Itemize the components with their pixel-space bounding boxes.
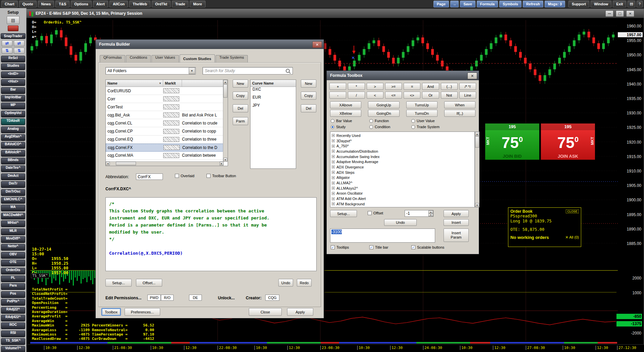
op--button[interactable]: >= [385, 83, 402, 90]
sidebar-item-datetes[interactable]: DateTes^ [1, 165, 25, 172]
time-label[interactable]: 12:30 [184, 346, 196, 350]
sidebar-item-ma[interactable]: MA [1, 205, 25, 211]
sidebar-item-mhist[interactable]: MHist^ [1, 220, 25, 227]
time-label[interactable]: 23-08:30 [320, 346, 339, 350]
scroll-down-icon[interactable]: ▼ [223, 158, 227, 162]
formula-builder-close-icon[interactable]: ✕ [312, 41, 322, 48]
offset-spinner[interactable]: -1 ▲ ▼ [405, 210, 433, 217]
sidebar-item-emchhlc[interactable]: EMChHLC^ [1, 197, 25, 204]
formula-code-editor[interactable]: /* This Custom Study graphs the correlat… [105, 197, 317, 271]
study-row[interactable]: cqg.Correl.CPCorrelation to copp [106, 127, 223, 135]
tree-item-accumulative-swing-index[interactable]: +Accumulative Swing Index [332, 154, 474, 159]
study-del-button[interactable]: Del [233, 104, 248, 112]
minimize-icon[interactable]: — [605, 10, 613, 17]
tree-scrollbar[interactable]: ▲ ▼ [475, 132, 479, 207]
study-row[interactable]: cqg.Correl.MACorrelation betwee [106, 152, 223, 160]
formula-toolbox-close-icon[interactable]: ✕ [467, 72, 477, 79]
op--button[interactable]: <= [385, 92, 402, 99]
scroll-thumb[interactable] [116, 162, 136, 165]
op-and-button[interactable]: And [422, 83, 439, 90]
spin-up-icon[interactable]: ▲ [428, 210, 433, 213]
close-button[interactable]: Close [249, 308, 282, 316]
op--button[interactable]: <> [404, 92, 420, 99]
time-label[interactable]: 10:30 [357, 346, 370, 350]
menu-chart[interactable]: Chart [1, 1, 18, 7]
time-label[interactable]: 12:30 [77, 346, 90, 350]
tree-item-atm-background[interactable]: +ATM Background [332, 201, 474, 207]
tree-item-a-750[interactable]: +A_750^ [332, 143, 474, 149]
radio-bar-value[interactable]: Bar Value [331, 119, 369, 123]
link-charts-button-1[interactable]: ⇄ [2, 40, 12, 46]
fn-xbelow-button[interactable]: XBelow [330, 110, 361, 117]
preferences-button[interactable]: Preferences... [125, 308, 160, 316]
unlock-label[interactable]: Unlock... [218, 296, 235, 300]
toolbox-setup-button[interactable]: Setup... [330, 210, 357, 217]
tab-conditions[interactable]: Conditions [126, 55, 151, 62]
radio-study[interactable]: Study [331, 125, 369, 129]
sidebar-item-mlr[interactable]: MLR [1, 229, 25, 235]
cancel-all-button[interactable]: ✕ All (0) [565, 235, 579, 240]
tab-qformulas[interactable]: QFormulas [100, 55, 125, 62]
scroll-thumb[interactable] [223, 84, 227, 98]
op--button[interactable]: /* */ [459, 83, 476, 90]
join-ask-button[interactable]: 195 750 MKT JOIN ASK [541, 123, 595, 160]
toolbox-undo-button[interactable]: Undo [384, 219, 417, 226]
sidebar-item-impvolbar[interactable]: ImpVolBar [1, 95, 25, 102]
time-label[interactable]: 10:30 [460, 346, 472, 350]
sidebar-item-orderdis[interactable]: OrderDis [1, 268, 25, 274]
sidebar-item-roc[interactable]: ROC [1, 322, 25, 329]
curve-copy-button[interactable]: Copy [301, 92, 316, 100]
op--button[interactable]: > [367, 83, 383, 90]
fn-xabove-button[interactable]: XAbove [330, 101, 361, 108]
sidebar-setup-label[interactable]: Setup [0, 8, 26, 15]
sidebar-item-obv[interactable]: OBV [1, 252, 25, 259]
toolbox-insert-button[interactable]: Insert [444, 219, 469, 226]
study-row[interactable]: CorrTest [106, 103, 223, 111]
sidebar-item-volumet[interactable]: VolumeT^ [1, 346, 25, 352]
op-not-button[interactable]: Not [441, 92, 458, 99]
offset-button[interactable]: Offset... [136, 279, 162, 287]
sidebar-item-radj22[interactable]: RAdj22^ [1, 307, 25, 314]
menu-symbols[interactable]: Symbols [499, 1, 521, 7]
time-label[interactable]: 12:30 [287, 346, 300, 350]
sidebar-item-bavolco[interactable]: BAVolCO^ [1, 142, 25, 149]
op--button[interactable]: / [348, 92, 365, 99]
curve-item[interactable]: DXC [250, 87, 296, 95]
sidebar-item-para[interactable]: Para [1, 283, 25, 290]
study-search-input[interactable]: Search for Study [202, 67, 293, 74]
chevron-down-icon[interactable]: ▼ [189, 67, 195, 74]
link-charts-button-4[interactable]: ⇅ [14, 48, 25, 54]
fn-goingdn-button[interactable]: GoingDn [368, 110, 399, 117]
curve-new-button[interactable]: New [301, 80, 316, 88]
sidebar-item-bar[interactable]: Bar [1, 87, 25, 94]
study-row[interactable]: cqg.Correl.EQCorrelation to three [106, 136, 223, 144]
toolbox-apply-button[interactable]: Apply [444, 210, 469, 217]
menu-exit[interactable]: Exit [613, 1, 626, 7]
tree-item-aroon-oscillator[interactable]: +Aroon Oscillator [332, 191, 474, 196]
maximize-icon[interactable]: □ [616, 10, 624, 17]
print-chart-button[interactable]: ▤ [7, 16, 19, 24]
fn-goingup-button[interactable]: GoingUp [368, 101, 399, 108]
radio-condition[interactable]: Condition [369, 125, 411, 129]
sidebar-item-dmact[interactable]: DmAct [1, 173, 25, 180]
sidebar-item-dmtrosc[interactable]: DmTrOsc [1, 189, 25, 196]
sidebar-item-movdiff[interactable]: MovDiff^ [1, 236, 25, 243]
close-icon[interactable]: ✕ [626, 10, 634, 17]
time-label[interactable]: 10:30 [255, 346, 267, 350]
fn-turnsdn-button[interactable]: TurnsDn [406, 110, 438, 117]
tree-item-alligator[interactable]: +Alligator [332, 175, 474, 181]
time-label[interactable]: 27-12:30 [617, 346, 636, 350]
tree-item-allma2[interactable]: +ALLMA2^ [332, 180, 474, 186]
op--button[interactable]: + [329, 83, 346, 90]
sidebar-item-studies[interactable]: Studies [1, 63, 25, 70]
study-table-header[interactable]: Name▼ MarkIt [106, 80, 228, 87]
sidebar-item-rsi[interactable]: RSI [1, 331, 25, 337]
sidebar-item-bavolcr[interactable]: BAVolcR^ [1, 150, 25, 157]
fn-turnsup-button[interactable]: TurnsUp [406, 101, 438, 108]
menu-save[interactable]: Save [460, 1, 475, 7]
scroll-down-icon[interactable]: ▼ [475, 203, 479, 207]
study-row[interactable]: cqg.Bid_AskBid and Ask Price L [106, 111, 223, 119]
formula-input[interactable]: -3100 [330, 229, 435, 243]
abbreviation-field[interactable] [136, 173, 163, 180]
tree-item-adx-divergence[interactable]: +ADX Divergence [332, 164, 474, 170]
